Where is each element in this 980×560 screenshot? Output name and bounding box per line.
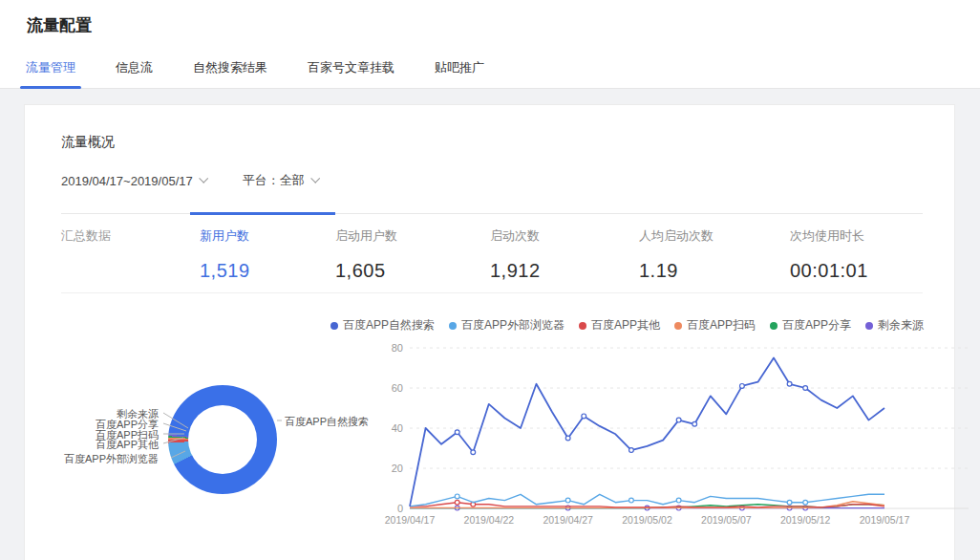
legend-dot-icon [330, 322, 338, 330]
metric-label: 新用户数 [200, 227, 250, 245]
nav-tab-traffic-management[interactable]: 流量管理 [24, 54, 77, 88]
metric-tab-avg-launches[interactable]: 人均启动次数 1.19 [639, 227, 714, 282]
svg-text:2019/05/17: 2019/05/17 [860, 514, 910, 526]
metric-label: 人均启动次数 [639, 227, 714, 245]
svg-text:60: 60 [392, 382, 403, 394]
platform-select[interactable]: 平台： 全部 [243, 172, 318, 189]
filter-row: 2019/04/17~2019/05/17 平台： 全部 [61, 172, 318, 189]
metric-value: 1,605 [335, 260, 397, 282]
metric-value: 1,519 [200, 260, 250, 282]
chart-legend: 百度APP自然搜索 百度APP外部浏览器 百度APP其他 百度APP扫码 百度A… [330, 317, 924, 334]
legend-item-external-browser[interactable]: 百度APP外部浏览器 [449, 317, 565, 334]
legend-item-natural-search[interactable]: 百度APP自然搜索 [330, 317, 435, 334]
nav-tab-feed[interactable]: 信息流 [114, 54, 155, 88]
legend-item-share[interactable]: 百度APP分享 [770, 317, 851, 334]
summary-data-label: 汇总数据 [61, 227, 111, 245]
nav-tab-baijiahao-article[interactable]: 百家号文章挂载 [306, 54, 396, 88]
legend-item-other[interactable]: 百度APP其他 [579, 317, 660, 334]
legend-dot-icon [770, 322, 778, 330]
metric-tab-avg-duration[interactable]: 次均使用时长 00:01:01 [790, 227, 868, 282]
nav-tab-bar: 流量管理 信息流 自然搜索结果 百家号文章挂载 贴吧推广 [0, 54, 980, 89]
chevron-down-icon [310, 174, 320, 183]
card-title: 流量概况 [61, 134, 115, 151]
metric-tab-launch-users[interactable]: 启动用户数 1,605 [335, 227, 397, 282]
svg-text:80: 80 [392, 342, 403, 354]
line-chart: 0204060802019/04/172019/04/222019/04/272… [383, 334, 977, 534]
nav-tab-organic-search[interactable]: 自然搜索结果 [191, 54, 269, 88]
legend-item-remaining[interactable]: 剩余来源 [865, 317, 924, 334]
line-chart-svg: 0204060802019/04/172019/04/222019/04/272… [383, 334, 977, 530]
donut-label-external-browser: 百度APP外部浏览器 [34, 452, 159, 466]
svg-text:40: 40 [392, 422, 403, 434]
svg-text:2019/05/02: 2019/05/02 [622, 514, 672, 526]
metric-tab-new-users[interactable]: 新用户数 1,519 [200, 227, 250, 282]
svg-text:2019/05/07: 2019/05/07 [701, 514, 752, 526]
svg-text:2019/05/12: 2019/05/12 [780, 514, 831, 526]
metric-label: 启动用户数 [335, 227, 397, 245]
page-header: 流量配置 流量管理 信息流 自然搜索结果 百家号文章挂载 贴吧推广 [0, 0, 980, 89]
donut-label-other: 百度APP其他 [34, 438, 159, 452]
donut-label-natural-search: 百度APP自然搜索 [285, 415, 369, 429]
metrics-bottom-divider [61, 292, 923, 293]
date-range-select[interactable]: 2019/04/17~2019/05/17 [61, 172, 206, 189]
svg-text:2019/04/22: 2019/04/22 [464, 514, 515, 526]
metric-active-indicator [190, 212, 335, 215]
legend-item-scan[interactable]: 百度APP扫码 [674, 317, 756, 334]
chevron-down-icon [199, 174, 208, 183]
metric-value: 1.19 [639, 260, 714, 282]
platform-label: 平台： [243, 172, 280, 189]
page-title: 流量配置 [0, 0, 980, 36]
metric-value: 1,912 [490, 260, 541, 282]
date-range-value: 2019/04/17~2019/05/17 [61, 174, 193, 188]
legend-dot-icon [579, 322, 586, 330]
svg-text:0: 0 [397, 503, 403, 514]
legend-dot-icon [865, 322, 873, 330]
traffic-overview-card: 流量概况 2019/04/17~2019/05/17 平台： 全部 汇总数据 新… [24, 104, 955, 560]
svg-text:2019/04/17: 2019/04/17 [385, 514, 436, 526]
content-area: 流量概况 2019/04/17~2019/05/17 平台： 全部 汇总数据 新… [0, 89, 980, 560]
legend-dot-icon [674, 322, 682, 330]
metric-label: 次均使用时长 [790, 227, 868, 245]
metric-label: 启动次数 [490, 227, 541, 245]
metric-tab-launch-count[interactable]: 启动次数 1,912 [490, 227, 541, 282]
nav-tab-tieba-promo[interactable]: 贴吧推广 [433, 54, 486, 88]
svg-text:20: 20 [392, 463, 403, 474]
legend-dot-icon [449, 322, 457, 330]
metric-value: 00:01:01 [790, 260, 868, 282]
platform-value: 全部 [280, 172, 305, 189]
svg-text:2019/04/27: 2019/04/27 [543, 514, 593, 526]
